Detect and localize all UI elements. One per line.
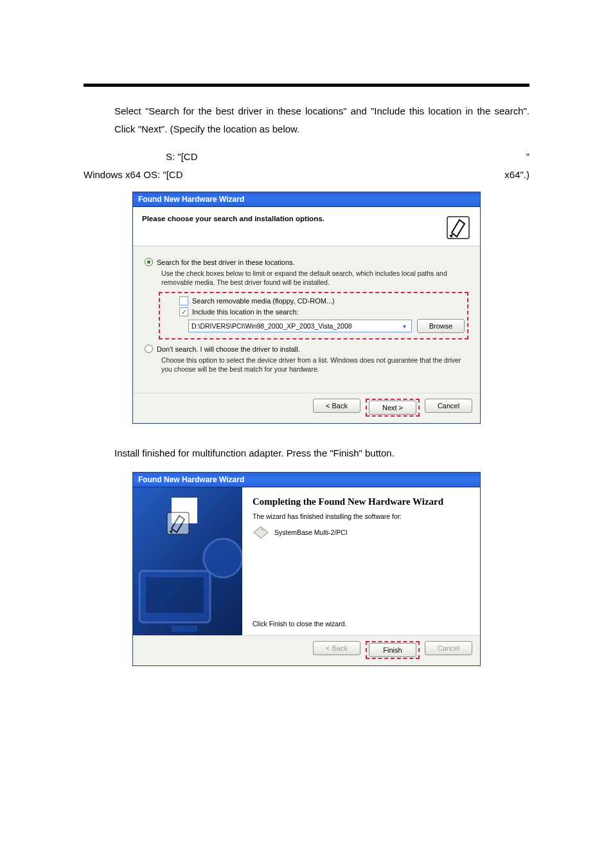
checkbox-checked-icon: [179, 307, 188, 316]
path-line-right: x64".): [504, 166, 529, 184]
checkbox-unchecked-icon: [179, 296, 188, 305]
checkbox-include-location-label: Include this location in the search:: [192, 308, 299, 316]
wizard-footer: < Back Next > Cancel: [133, 393, 480, 423]
path-line-right: ": [526, 148, 529, 166]
wizard-titlebar: Found New Hardware Wizard: [133, 192, 480, 207]
path-line-left: Windows x64 OS: "[CD: [84, 166, 183, 184]
location-path-value: D:\DRIVERS\PCI\Win98_2000_XP_2003_Vista_…: [191, 322, 352, 330]
highlighted-options: Search removable media (floppy, CD-ROM..…: [159, 292, 468, 339]
instruction-line-2: Install finished for multifunction adapt…: [84, 444, 529, 462]
wizard-content: Search for the best driver in these loca…: [133, 246, 480, 393]
radio-dont-search-label: Don't search. I will choose the driver t…: [157, 345, 300, 353]
wizard-heading: Please choose your search and installati…: [142, 215, 445, 222]
highlighted-next: Next >: [366, 399, 420, 417]
wizard-complete: Found New Hardware Wizard Completing the…: [132, 472, 481, 666]
wizard-footer: < Back Finish Cancel: [133, 635, 480, 665]
svg-rect-3: [172, 626, 197, 632]
location-path-row: D:\DRIVERS\PCI\Win98_2000_XP_2003_Vista_…: [188, 319, 465, 333]
svg-point-4: [204, 539, 242, 577]
radio-dont-search-desc: Choose this option to select the device …: [161, 356, 468, 374]
install-icon: [172, 498, 197, 523]
instruction-line-1: Select "Search for the best driver in th…: [84, 102, 529, 138]
radio-unselected-icon: [145, 345, 153, 353]
wizard-sidebar-art: [133, 487, 242, 635]
complete-tip: Click Finish to close the wizard.: [253, 619, 470, 628]
finish-button[interactable]: Finish: [369, 643, 416, 657]
wizard-search-options: Found New Hardware Wizard Please choose …: [132, 192, 481, 424]
radio-search-best-label: Search for the best driver in these loca…: [157, 258, 295, 266]
back-button[interactable]: < Back: [313, 399, 360, 413]
checkbox-removable-media[interactable]: Search removable media (floppy, CD-ROM..…: [179, 296, 465, 305]
path-line-64bit: Windows x64 OS: "[CD x64".): [84, 166, 529, 184]
device-name: SystemBase Multi-2/PCI: [274, 529, 348, 536]
wizard-titlebar: Found New Hardware Wizard: [133, 473, 480, 487]
page-divider: [84, 84, 529, 87]
dropdown-icon[interactable]: ▾: [400, 321, 409, 331]
checkbox-removable-media-label: Search removable media (floppy, CD-ROM..…: [192, 297, 335, 305]
radio-selected-icon: [145, 258, 153, 266]
highlighted-finish: Finish: [366, 641, 420, 659]
wizard-complete-main: Completing the Found New Hardware Wizard…: [242, 487, 480, 635]
next-button[interactable]: Next >: [369, 401, 416, 415]
wizard-header: Please choose your search and installati…: [133, 207, 480, 246]
browse-button[interactable]: Browse: [417, 319, 465, 333]
checkbox-include-location[interactable]: Include this location in the search:: [179, 307, 465, 316]
complete-heading: Completing the Found New Hardware Wizard: [253, 496, 470, 507]
radio-dont-search[interactable]: Don't search. I will choose the driver t…: [145, 345, 468, 353]
radio-search-best-desc: Use the check boxes below to limit or ex…: [161, 269, 468, 287]
path-line-32bit: S: "[CD ": [84, 148, 529, 166]
install-icon: [445, 215, 471, 240]
back-button: < Back: [313, 641, 360, 655]
cancel-button[interactable]: Cancel: [425, 399, 472, 413]
path-line-left: S: "[CD: [166, 148, 198, 166]
location-path-input[interactable]: D:\DRIVERS\PCI\Win98_2000_XP_2003_Vista_…: [188, 320, 412, 332]
complete-subtext: The wizard has finished installing the s…: [253, 512, 470, 520]
device-icon: [253, 525, 269, 539]
wizard-complete-body: Completing the Found New Hardware Wizard…: [133, 487, 480, 635]
device-row: SystemBase Multi-2/PCI: [253, 525, 470, 539]
radio-search-best[interactable]: Search for the best driver in these loca…: [145, 258, 468, 266]
svg-rect-2: [146, 577, 204, 613]
cancel-button: Cancel: [425, 641, 472, 655]
